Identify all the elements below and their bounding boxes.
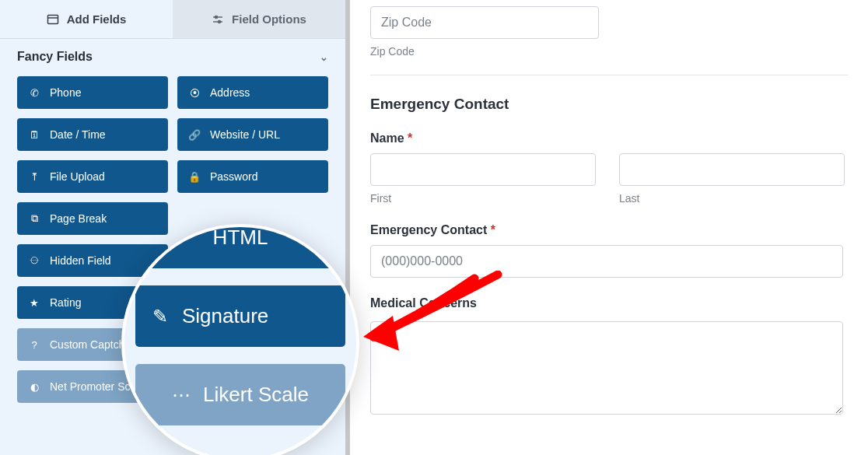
- field-label: Website / URL: [210, 128, 280, 141]
- first-name-input[interactable]: [370, 153, 596, 186]
- magnifier-callout: HTML ✎ Signature ⋯ Likert Scale: [121, 224, 359, 455]
- svg-rect-0: [47, 15, 58, 23]
- first-helper: First: [370, 192, 599, 205]
- heading-emergency: Emergency Contact: [370, 96, 848, 113]
- star-icon: ★: [28, 297, 40, 309]
- mag-label: Likert Scale: [203, 383, 309, 407]
- field-password[interactable]: 🔒Password: [177, 160, 328, 193]
- mag-item-signature[interactable]: ✎ Signature: [135, 285, 345, 347]
- label-medical: Medical Concerns: [370, 296, 848, 310]
- mag-label: Signature: [182, 304, 268, 328]
- field-upload[interactable]: ⤒File Upload: [17, 160, 168, 193]
- field-label: Custom Captcha: [50, 338, 131, 351]
- pencil-icon: ✎: [152, 306, 168, 327]
- field-label: Date / Time: [50, 128, 106, 141]
- mag-item-likert: ⋯ Likert Scale: [135, 364, 345, 425]
- tab-field-options[interactable]: Field Options: [173, 0, 345, 38]
- tab-add-fields[interactable]: Add Fields: [0, 0, 173, 38]
- medical-textarea[interactable]: [370, 321, 843, 415]
- section-fancy-fields[interactable]: Fancy Fields ⌄: [0, 39, 345, 68]
- sidebar: Add Fields Field Options Fancy Fields ⌄ …: [0, 0, 350, 455]
- upload-icon: ⤒: [28, 171, 40, 183]
- field-label: Password: [210, 170, 257, 183]
- lock-icon: 🔒: [188, 171, 201, 183]
- label-name: Name *: [370, 131, 848, 145]
- field-label: Address: [210, 86, 250, 99]
- ec-phone-input[interactable]: [370, 245, 843, 278]
- label-ec: Emergency Contact *: [370, 223, 848, 237]
- window-icon: [47, 13, 59, 26]
- field-datetime[interactable]: 🗓︎Date / Time: [17, 118, 168, 151]
- pagebreak-icon: ⧉: [28, 212, 40, 225]
- link-icon: 🔗: [188, 129, 201, 141]
- field-label: File Upload: [50, 170, 105, 183]
- field-label: Rating: [50, 296, 81, 309]
- svg-point-5: [218, 20, 220, 23]
- pin-icon: ⦿: [188, 87, 201, 99]
- divider: [370, 75, 848, 75]
- required-asterisk: *: [491, 223, 495, 236]
- svg-point-3: [215, 16, 217, 18]
- field-label: Hidden Field: [50, 254, 111, 267]
- field-url[interactable]: 🔗Website / URL: [177, 118, 328, 151]
- eye-off-icon: ⦵: [28, 254, 40, 267]
- name-pair: First Last: [370, 153, 848, 205]
- field-zip: Zip Code: [370, 6, 848, 58]
- sliders-icon: [212, 13, 224, 26]
- question-icon: ?: [28, 339, 40, 351]
- ec-wrap: [370, 245, 848, 278]
- field-pagebreak[interactable]: ⧉Page Break: [17, 202, 168, 235]
- sidebar-tabs: Add Fields Field Options: [0, 0, 345, 39]
- phone-icon: ✆: [28, 87, 40, 99]
- gauge-icon: ◐: [28, 381, 40, 393]
- section-title: Fancy Fields: [17, 50, 93, 64]
- last-helper: Last: [619, 192, 848, 205]
- field-label: Phone: [50, 86, 81, 99]
- field-label: Page Break: [50, 212, 107, 225]
- tab-label: Add Fields: [67, 12, 127, 26]
- tab-label: Field Options: [232, 12, 306, 26]
- zip-input[interactable]: [370, 6, 599, 39]
- form-preview: Zip Code Emergency Contact Name * First …: [350, 0, 868, 455]
- required-asterisk: *: [408, 131, 412, 145]
- zip-helper: Zip Code: [370, 45, 848, 58]
- field-address[interactable]: ⦿Address: [177, 76, 328, 109]
- field-phone[interactable]: ✆Phone: [17, 76, 168, 109]
- mag-label: HTML: [213, 226, 268, 250]
- chevron-down-icon: ⌄: [320, 51, 328, 63]
- dots-icon: ⋯: [172, 384, 191, 406]
- calendar-icon: 🗓︎: [28, 129, 40, 141]
- last-name-input[interactable]: [619, 153, 845, 186]
